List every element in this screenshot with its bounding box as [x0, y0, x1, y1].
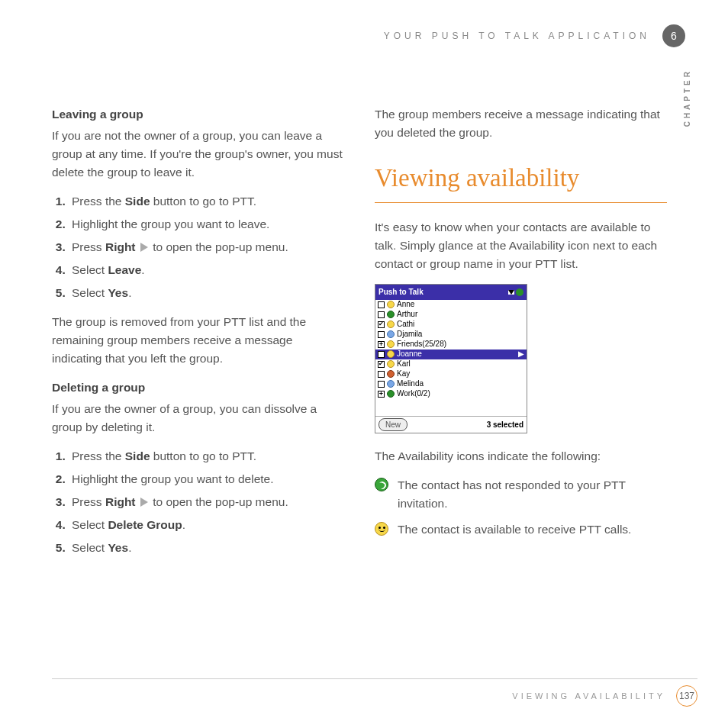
ss-new-button: New — [378, 418, 407, 432]
legend-row: The contact is available to receive PTT … — [375, 520, 667, 539]
right-arrow-icon — [140, 243, 148, 252]
page-number: 137 — [676, 685, 697, 707]
legend-text: The contact has not responded to your PT… — [398, 476, 667, 513]
checkbox-checked-icon — [378, 361, 385, 368]
step: Select Delete Group. — [69, 516, 344, 534]
contact-name: Work(0/2) — [397, 388, 430, 400]
selection-arrow-icon: ▶ — [518, 348, 524, 360]
availability-intro: It's easy to know when your contacts are… — [375, 218, 667, 273]
leaving-group-result: The group is removed from your PTT list … — [52, 313, 344, 368]
deleting-steps: Press the Side button to go to PTT. High… — [52, 447, 344, 557]
deleting-group-heading: Deleting a group — [52, 378, 344, 397]
status-icon — [387, 390, 395, 398]
left-column: Leaving a group If you are not the owner… — [52, 105, 344, 568]
ss-titlebar: Push to Talk — [375, 285, 527, 300]
expand-icon — [378, 391, 385, 398]
status-icon — [387, 370, 395, 378]
step: Press Right to open the pop-up menu. — [69, 238, 344, 256]
ss-corner-icons — [508, 288, 523, 296]
pending-icon — [375, 478, 388, 491]
ss-status: 3 selected — [487, 419, 523, 431]
section-heading: Viewing availability — [375, 159, 667, 203]
right-arrow-icon — [140, 498, 148, 507]
step: Press Right to open the pop-up menu. — [69, 493, 344, 511]
status-icon — [387, 380, 395, 388]
ptt-screenshot: Push to Talk AnneArthurCathiDjamilaFrien… — [375, 284, 527, 433]
checkbox-icon — [378, 371, 385, 378]
page-footer: VIEWING AVAILABILITY 137 — [52, 678, 697, 707]
step: Select Leave. — [69, 261, 344, 279]
status-icon — [387, 321, 395, 328]
step: Highlight the group you want to delete. — [69, 470, 344, 488]
leaving-group-heading: Leaving a group — [52, 105, 344, 124]
chapter-number-badge: 6 — [662, 24, 685, 47]
checkbox-icon — [378, 301, 385, 308]
checkbox-icon — [378, 381, 385, 388]
legend-row: The contact has not responded to your PT… — [375, 476, 667, 513]
legend-text: The contact is available to receive PTT … — [398, 520, 631, 539]
signal-icon — [516, 288, 523, 296]
right-column: The group members receive a message indi… — [375, 105, 667, 568]
status-icon — [387, 350, 395, 358]
checkbox-checked-icon — [378, 321, 385, 328]
deleting-group-intro: If you are the owner of a group, you can… — [52, 400, 344, 436]
ss-title: Push to Talk — [378, 286, 424, 298]
chapter-label: CHAPTER — [683, 69, 691, 127]
step: Press the Side button to go to PTT. — [69, 447, 344, 465]
header-section: YOUR PUSH TO TALK APPLICATION — [384, 31, 650, 41]
step: Select Yes. — [69, 539, 344, 557]
status-icon — [387, 360, 395, 368]
step: Select Yes. — [69, 284, 344, 302]
leaving-group-intro: If you are not the owner of a group, you… — [52, 127, 344, 182]
expand-icon — [378, 341, 385, 348]
footer-section: VIEWING AVAILABILITY — [512, 691, 665, 701]
status-icon — [387, 311, 395, 318]
checkbox-icon — [378, 311, 385, 318]
checkbox-checked-icon — [378, 351, 385, 358]
deleting-group-result: The group members receive a message indi… — [375, 105, 667, 142]
dropdown-icon — [508, 290, 514, 295]
step: Press the Side button to go to PTT. — [69, 192, 344, 211]
ss-footer: New 3 selected — [375, 416, 527, 433]
available-icon — [375, 522, 388, 536]
leaving-steps: Press the Side button to go to PTT. High… — [52, 192, 344, 302]
status-icon — [387, 330, 395, 338]
ss-list: AnneArthurCathiDjamilaFriends(25/28)Joan… — [375, 300, 527, 399]
status-icon — [387, 301, 395, 308]
availability-icons-lead: The Availability icons indicate the foll… — [375, 447, 667, 465]
page-header: YOUR PUSH TO TALK APPLICATION 6 — [384, 24, 685, 47]
checkbox-icon — [378, 331, 385, 338]
status-icon — [387, 340, 395, 348]
step: Highlight the group you want to leave. — [69, 215, 344, 234]
ss-list-item: Work(0/2) — [375, 389, 527, 399]
